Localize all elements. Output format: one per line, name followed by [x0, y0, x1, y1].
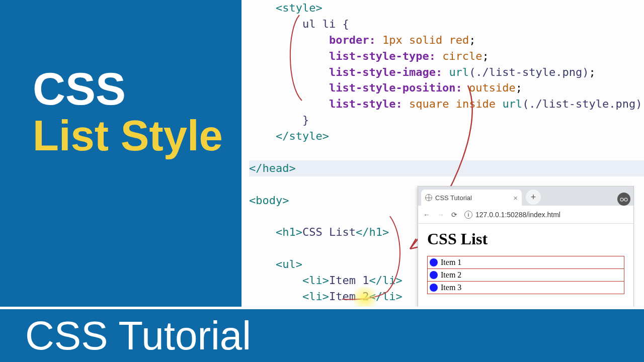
rendered-list: Item 1 Item 2 Item 3	[427, 256, 624, 294]
back-button[interactable]: ←	[423, 211, 430, 219]
new-tab-button[interactable]: +	[526, 190, 541, 205]
banner-text: CSS Tutorial	[25, 313, 251, 359]
globe-icon	[425, 194, 432, 201]
url-text: 127.0.0.1:50288/index.html	[475, 211, 560, 219]
svg-point-0	[620, 198, 623, 201]
tab-title: CSS Tutorial	[435, 194, 472, 202]
tutorial-banner: CSS Tutorial	[0, 307, 644, 362]
bullet-icon	[430, 271, 438, 279]
list-item-text: Item 1	[441, 258, 461, 267]
incognito-icon	[617, 193, 630, 206]
reload-button[interactable]: ⟳	[451, 211, 457, 219]
list-item: Item 3	[427, 281, 624, 294]
list-item: Item 2	[427, 268, 624, 282]
svg-point-1	[624, 198, 627, 201]
title-block: CSS List Style	[33, 65, 223, 158]
close-icon[interactable]: ×	[513, 194, 518, 202]
bullet-icon	[430, 284, 438, 292]
list-item: Item 1	[427, 256, 624, 269]
browser-toolbar: ← → ⟳ i 127.0.0.1:50288/index.html	[418, 206, 633, 224]
forward-button[interactable]: →	[437, 211, 444, 219]
browser-viewport: CSS List Item 1 Item 2 Item 3	[418, 224, 633, 300]
browser-tabbar: CSS Tutorial × +	[418, 187, 633, 206]
cursor-highlight	[350, 287, 380, 309]
code-selector: ul li {	[302, 18, 349, 30]
title-line-1: CSS	[33, 65, 223, 113]
bullet-icon	[430, 258, 438, 266]
code-tag: <style>	[276, 2, 323, 14]
title-line-2: List Style	[33, 113, 223, 158]
site-info-icon[interactable]: i	[464, 211, 472, 219]
list-item-text: Item 2	[441, 270, 461, 280]
browser-tab[interactable]: CSS Tutorial ×	[421, 190, 522, 206]
page-heading: CSS List	[427, 230, 624, 248]
address-bar[interactable]: i 127.0.0.1:50288/index.html	[464, 211, 560, 219]
list-item-text: Item 3	[441, 283, 461, 292]
